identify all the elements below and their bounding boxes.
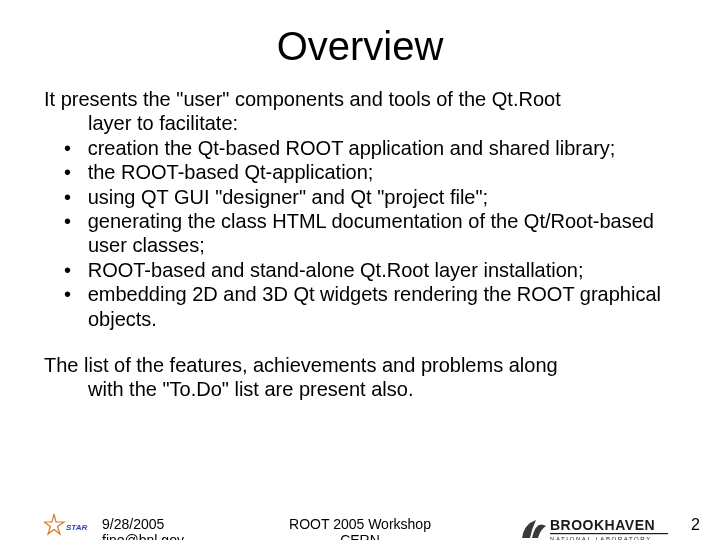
intro-paragraph: It presents the "user" components and to… [44, 87, 676, 136]
bullet-item: creation the Qt-based ROOT application a… [44, 136, 676, 160]
bullet-item: the ROOT-based Qt-application; [44, 160, 676, 184]
slide-title: Overview [0, 24, 720, 69]
slide: Overview It presents the "user" componen… [0, 24, 720, 540]
bullet-list: creation the Qt-based ROOT application a… [44, 136, 676, 331]
closing-line-2: with the "To.Do" list are present also. [44, 377, 676, 401]
bullet-item: embedding 2D and 3D Qt widgets rendering… [44, 282, 676, 331]
brookhaven-logo-icon: BROOKHAVEN NATIONAL LABORATORY [520, 514, 670, 540]
slide-body: It presents the "user" components and to… [0, 87, 720, 402]
bnl-logo-bottom: NATIONAL LABORATORY [550, 536, 652, 540]
bnl-logo-top: BROOKHAVEN [550, 517, 655, 533]
intro-line-1: It presents the "user" components and to… [44, 88, 561, 110]
bullet-item: generating the class HTML documentation … [44, 209, 676, 258]
svg-rect-1 [550, 533, 668, 534]
bullet-item: ROOT-based and stand-alone Qt.Root layer… [44, 258, 676, 282]
bullet-item: using QT GUI "designer" and Qt "project … [44, 185, 676, 209]
intro-line-2: layer to facilitate: [44, 111, 676, 135]
slide-footer: STAR 9/28/2005 fine@bnl.gov ROOT 2005 Wo… [0, 506, 720, 540]
page-number: 2 [691, 516, 700, 534]
closing-paragraph: The list of the features, achievements a… [44, 353, 676, 402]
closing-line-1: The list of the features, achievements a… [44, 354, 558, 376]
